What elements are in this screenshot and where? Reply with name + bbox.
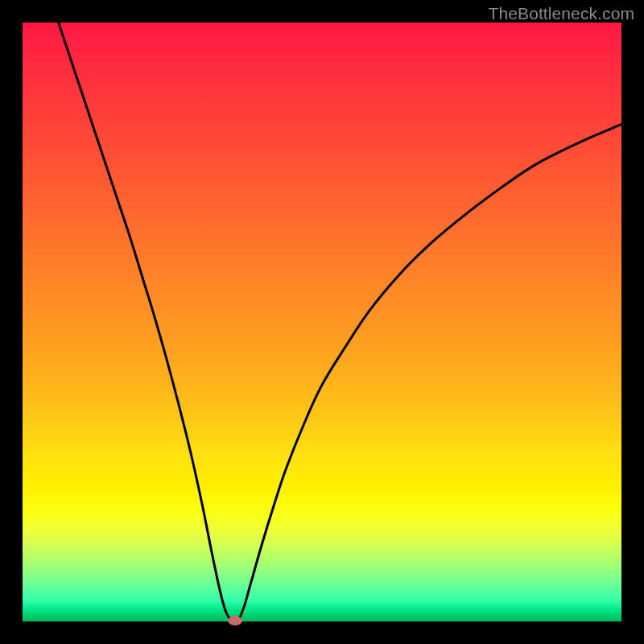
curve-right-branch <box>238 124 621 621</box>
chart-frame: TheBottleneck.com <box>0 0 644 644</box>
bottleneck-curve-svg <box>23 23 621 621</box>
minimum-marker <box>228 616 242 625</box>
curve-group <box>59 23 621 621</box>
curve-left-branch <box>59 23 233 621</box>
marker-group <box>228 616 242 625</box>
watermark-text: TheBottleneck.com <box>489 4 634 23</box>
